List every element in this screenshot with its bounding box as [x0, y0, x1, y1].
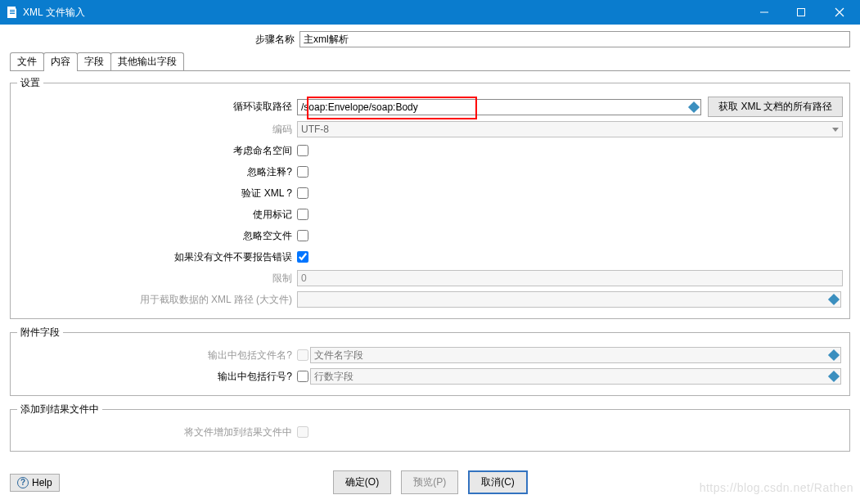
svg-rect-2: [10, 11, 15, 12]
big-xml-input: [297, 291, 841, 308]
limit-label: 限制: [11, 272, 297, 286]
include-filename-label: 输出中包括文件名?: [11, 349, 297, 362]
limit-input: [297, 270, 843, 286]
namespace-checkbox[interactable]: [297, 145, 308, 156]
include-rownum-label: 输出中包括行号?: [11, 370, 297, 384]
encoding-label: 编码: [11, 123, 297, 137]
namespace-label: 考虑命名空间: [11, 144, 297, 158]
use-tag-label: 使用标记: [11, 208, 297, 222]
minimize-icon: [760, 8, 768, 16]
ignore-comment-checkbox[interactable]: [297, 166, 308, 178]
svg-rect-5: [797, 9, 804, 16]
loop-path-input[interactable]: [297, 99, 701, 115]
settings-fieldset: 设置 循环读取路径 获取 XML 文档的所有路径 编码 UTF-8 考虑命名空间: [10, 76, 850, 319]
big-xml-label: 用于截取数据的 XML 路径 (大文件): [11, 293, 297, 307]
settings-legend: 设置: [17, 76, 43, 90]
cancel-button[interactable]: 取消(C): [468, 470, 528, 494]
rownum-field-input: [310, 368, 841, 385]
add-result-fieldset: 添加到结果文件中 将文件增加到结果文件中: [10, 403, 850, 452]
document-icon: [7, 6, 18, 19]
loop-path-label: 循环读取路径: [11, 100, 297, 114]
svg-rect-3: [10, 13, 15, 14]
minimize-button[interactable]: [745, 0, 782, 25]
ok-button[interactable]: 确定(O): [333, 470, 391, 494]
ignore-empty-checkbox[interactable]: [297, 230, 308, 241]
tab-content[interactable]: 内容: [43, 52, 78, 70]
encoding-value: UTF-8: [301, 124, 329, 135]
validate-xml-label: 验证 XML ?: [11, 187, 297, 200]
step-name-label: 步骤名称: [10, 33, 299, 47]
attachment-fieldset: 附件字段 输出中包括文件名? 输出中包括行号?: [10, 326, 850, 396]
help-label: Help: [32, 477, 52, 488]
chevron-down-icon: [832, 128, 839, 132]
maximize-button[interactable]: [782, 0, 819, 25]
tab-fields[interactable]: 字段: [77, 52, 111, 70]
watermark-text: https://blog.csdn.net/Rathen: [700, 481, 853, 494]
add-to-result-checkbox: [297, 426, 308, 438]
tab-other-fields[interactable]: 其他输出字段: [110, 52, 184, 70]
ignore-comment-label: 忽略注释?: [11, 165, 297, 179]
window-controls: [745, 0, 860, 25]
close-button[interactable]: [819, 0, 860, 25]
validate-xml-checkbox[interactable]: [297, 187, 308, 199]
include-filename-checkbox: [297, 349, 308, 361]
step-name-input[interactable]: [299, 31, 850, 47]
use-tag-checkbox[interactable]: [297, 209, 308, 220]
include-rownum-checkbox[interactable]: [297, 371, 308, 382]
svg-rect-1: [10, 10, 15, 11]
help-icon: ?: [17, 477, 29, 488]
help-button[interactable]: ? Help: [10, 474, 60, 492]
ignore-empty-label: 忽略空文件: [11, 229, 297, 243]
close-icon: [835, 7, 844, 17]
preview-button[interactable]: 预览(P): [401, 470, 458, 494]
tab-file[interactable]: 文件: [10, 52, 44, 70]
titlebar: XML 文件输入: [0, 0, 860, 25]
encoding-select[interactable]: UTF-8: [297, 121, 843, 137]
get-paths-button[interactable]: 获取 XML 文档的所有路径: [708, 97, 843, 117]
attachment-legend: 附件字段: [17, 326, 63, 340]
maximize-icon: [797, 8, 805, 16]
no-error-label: 如果没有文件不要报告错误: [11, 250, 297, 264]
tabs: 文件 内容 字段 其他输出字段: [10, 52, 850, 71]
window-title: XML 文件输入: [23, 6, 745, 20]
no-error-checkbox[interactable]: [297, 251, 308, 263]
add-result-legend: 添加到结果文件中: [17, 403, 102, 416]
add-to-result-label: 将文件增加到结果文件中: [11, 425, 297, 439]
filename-field-input: [310, 347, 841, 363]
